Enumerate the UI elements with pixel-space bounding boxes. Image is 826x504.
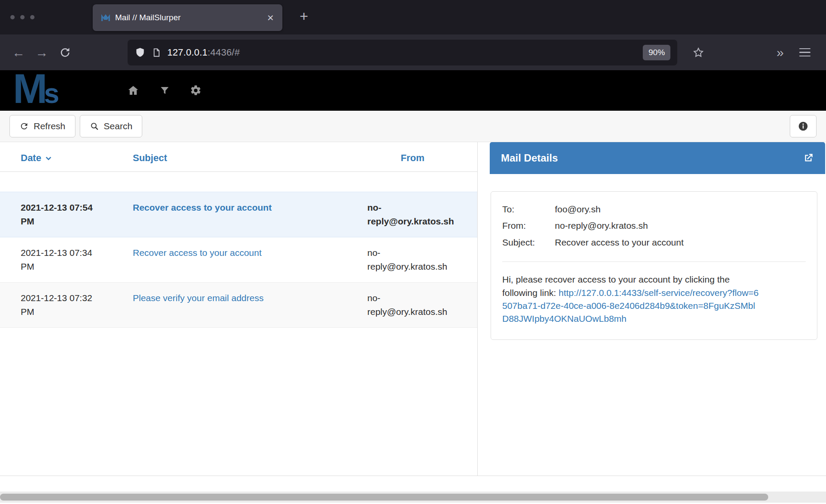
back-button[interactable]: ← bbox=[7, 41, 30, 64]
column-header-date[interactable]: Date bbox=[21, 152, 105, 164]
reload-icon bbox=[59, 47, 71, 58]
search-button[interactable]: Search bbox=[80, 115, 143, 137]
mail-subject-link[interactable]: Please verify your email address bbox=[133, 293, 263, 303]
from-label: From: bbox=[502, 219, 555, 232]
window-controls[interactable] bbox=[10, 15, 34, 19]
bottom-strip bbox=[0, 476, 826, 504]
info-button[interactable] bbox=[790, 115, 817, 137]
search-button-label: Search bbox=[104, 121, 133, 131]
horizontal-scrollbar[interactable] bbox=[0, 492, 826, 503]
column-header-from[interactable]: From bbox=[367, 152, 458, 164]
window-control-dot[interactable] bbox=[20, 15, 25, 19]
external-link-icon bbox=[803, 152, 814, 164]
mail-rows: 2021-12-13 07:54 PM Recover access to yo… bbox=[0, 192, 477, 328]
shield-icon[interactable] bbox=[135, 47, 146, 58]
chevron-down-icon bbox=[45, 155, 52, 162]
mail-date: 2021-12-13 07:54 PM bbox=[21, 201, 105, 228]
hamburger-menu-icon[interactable] bbox=[791, 48, 819, 57]
filter-button[interactable] bbox=[160, 85, 170, 96]
mail-row[interactable]: 2021-12-13 07:32 PM Please verify your e… bbox=[0, 283, 477, 328]
url-host: 127.0.0.1 bbox=[167, 47, 208, 58]
subject-label: Subject: bbox=[502, 236, 555, 249]
mail-date: 2021-12-13 07:34 PM bbox=[21, 246, 105, 273]
tab-close-icon[interactable]: × bbox=[267, 12, 274, 23]
new-tab-button[interactable]: + bbox=[300, 8, 308, 25]
tab-title: Mail // MailSlurper bbox=[115, 13, 263, 22]
mail-row[interactable]: 2021-12-13 07:34 PM Recover access to yo… bbox=[0, 237, 477, 283]
from-value: no-reply@ory.kratos.sh bbox=[555, 219, 806, 232]
scrollbar-thumb[interactable] bbox=[0, 494, 768, 501]
action-bar: Refresh Search bbox=[0, 111, 826, 142]
reload-button[interactable] bbox=[53, 41, 77, 64]
mail-from: no-reply@ory.kratos.sh bbox=[367, 201, 458, 228]
refresh-button[interactable]: Refresh bbox=[9, 115, 75, 137]
mail-details-panel: Mail Details To: foo@ory.sh From: no-rep… bbox=[490, 142, 825, 476]
mail-body: Hi, please recover access to your accoun… bbox=[502, 273, 761, 326]
url-bar[interactable]: 127.0.0.1:4436/# 90% bbox=[128, 40, 677, 65]
mail-date: 2021-12-13 07:32 PM bbox=[21, 291, 105, 318]
mail-list-panel: Date Subject From 2021-12-13 07:54 PM Re… bbox=[0, 142, 478, 476]
to-value: foo@ory.sh bbox=[555, 203, 806, 215]
open-external-button[interactable] bbox=[803, 152, 814, 164]
overflow-chevron-icon[interactable]: » bbox=[770, 45, 791, 60]
mail-details-header: Mail Details bbox=[490, 142, 825, 174]
settings-button[interactable] bbox=[190, 84, 202, 96]
refresh-button-label: Refresh bbox=[34, 121, 66, 131]
forward-button[interactable]: → bbox=[30, 41, 53, 64]
url-text: 127.0.0.1:4436/# bbox=[167, 47, 240, 58]
mail-list-header: Date Subject From bbox=[0, 142, 477, 172]
search-icon bbox=[90, 121, 99, 131]
refresh-icon bbox=[19, 121, 29, 131]
mail-row[interactable]: 2021-12-13 07:54 PM Recover access to yo… bbox=[0, 192, 477, 237]
mail-subject-link[interactable]: Recover access to your account bbox=[133, 202, 272, 212]
mail-from: no-reply@ory.kratos.sh bbox=[367, 246, 458, 273]
mail-details-card: To: foo@ory.sh From: no-reply@ory.kratos… bbox=[491, 191, 817, 340]
to-label: To: bbox=[502, 203, 555, 215]
mailslurper-logo: Ms bbox=[13, 70, 116, 111]
browser-toolbar: ← → 127.0.0.1:4436/# 90% » bbox=[0, 34, 826, 70]
tab-strip: Mail // MailSlurper × + bbox=[0, 0, 826, 34]
main-content: Date Subject From 2021-12-13 07:54 PM Re… bbox=[0, 142, 826, 476]
mailslurper-navbar: Ms bbox=[0, 70, 826, 111]
info-icon bbox=[798, 121, 809, 132]
mail-from: no-reply@ory.kratos.sh bbox=[367, 291, 458, 318]
url-path: :4436/# bbox=[208, 47, 240, 58]
browser-tab[interactable]: Mail // MailSlurper × bbox=[93, 4, 282, 31]
column-header-subject[interactable]: Subject bbox=[133, 152, 339, 164]
subject-value: Recover access to your account bbox=[555, 236, 806, 249]
home-icon bbox=[127, 84, 140, 97]
bookmark-star-icon[interactable] bbox=[687, 41, 710, 64]
window-control-dot[interactable] bbox=[30, 15, 34, 19]
mailslurper-favicon-icon bbox=[101, 14, 110, 21]
mail-subject-link[interactable]: Recover access to your account bbox=[133, 248, 262, 258]
zoom-level-badge[interactable]: 90% bbox=[643, 45, 670, 60]
gear-icon bbox=[190, 84, 202, 96]
mail-meta: To: foo@ory.sh From: no-reply@ory.kratos… bbox=[502, 203, 806, 249]
divider bbox=[502, 261, 806, 262]
page-info-icon[interactable] bbox=[152, 47, 161, 58]
filter-funnel-icon bbox=[160, 85, 170, 96]
window-control-dot[interactable] bbox=[10, 15, 15, 19]
mail-details-title: Mail Details bbox=[501, 152, 558, 164]
home-button[interactable] bbox=[127, 84, 140, 97]
